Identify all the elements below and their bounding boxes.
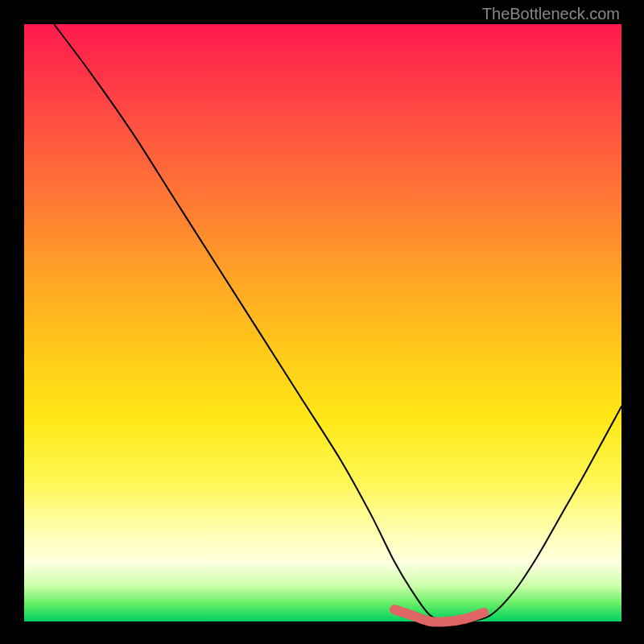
plot-area: [24, 24, 621, 621]
chart-frame: TheBottleneck.com: [0, 0, 644, 644]
bottleneck-curve-path: [54, 24, 621, 622]
optimal-segment-path: [394, 609, 484, 621]
watermark-text: TheBottleneck.com: [482, 5, 620, 23]
curve-layer: [24, 24, 621, 621]
